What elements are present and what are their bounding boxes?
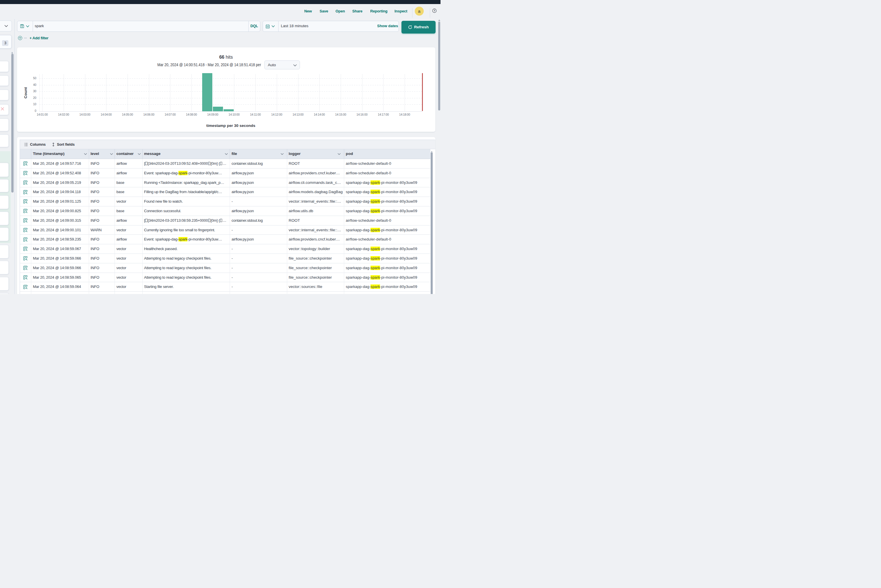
svg-text:?: ?: [433, 9, 435, 12]
